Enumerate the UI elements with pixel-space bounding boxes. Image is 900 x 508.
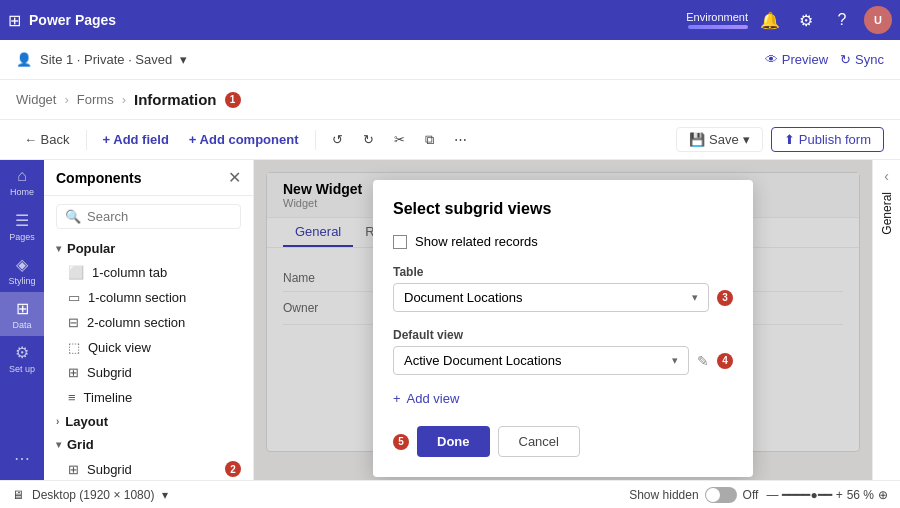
search-input[interactable] xyxy=(87,209,232,224)
add-component-button[interactable]: + Add component xyxy=(181,128,307,151)
show-related-checkbox[interactable] xyxy=(393,235,407,249)
save-button[interactable]: 💾 Save ▾ xyxy=(676,127,763,152)
sync-label: Sync xyxy=(855,52,884,67)
help-icon[interactable]: ? xyxy=(828,6,856,34)
comp-2col-section-icon: ⊟ xyxy=(68,315,79,330)
undo-button[interactable]: ↺ xyxy=(324,128,351,151)
preview-button[interactable]: 👁 Preview xyxy=(765,52,828,67)
more-icon: ⋯ xyxy=(14,449,30,468)
sync-button[interactable]: ↻ Sync xyxy=(840,52,884,67)
redo-button[interactable]: ↻ xyxy=(355,128,382,151)
right-chevron-icon[interactable]: ‹ xyxy=(884,168,889,184)
comp-1col-tab-label: 1-column tab xyxy=(92,265,167,280)
preview-icon: 👁 xyxy=(765,52,778,67)
show-related-row[interactable]: Show related records xyxy=(393,234,733,249)
more-actions-button[interactable]: ⋯ xyxy=(446,128,475,151)
desktop-chevron[interactable]: ▾ xyxy=(162,488,168,502)
sidebar-item-home[interactable]: ⌂ Home xyxy=(0,160,44,204)
popular-section[interactable]: ▾ Popular xyxy=(44,237,253,260)
comp-timeline[interactable]: ≡ Timeline xyxy=(44,385,253,410)
table-chevron: ▾ xyxy=(692,291,698,304)
comp-1col-section-label: 1-column section xyxy=(88,290,186,305)
show-hidden-toggle[interactable] xyxy=(705,487,737,503)
table-select[interactable]: Document Locations ▾ xyxy=(393,283,709,312)
badge-4: 4 xyxy=(717,353,733,369)
site-info: 👤 Site 1 · Private · Saved ▾ xyxy=(16,52,187,67)
sidebar-item-pages[interactable]: ☰ Pages xyxy=(0,204,44,248)
comp-subgrid-grid[interactable]: ⊞ Subgrid 2 xyxy=(44,456,253,480)
grid-label: Grid xyxy=(67,437,94,452)
copy-button[interactable]: ⧉ xyxy=(417,128,442,152)
comp-subgrid-popular[interactable]: ⊞ Subgrid xyxy=(44,360,253,385)
save-icon: 💾 xyxy=(689,132,705,147)
comp-1col-section[interactable]: ▭ 1-column section xyxy=(44,285,253,310)
zoom-plus[interactable]: + xyxy=(836,488,843,502)
default-view-select[interactable]: Active Document Locations ▾ xyxy=(393,346,689,375)
comp-1col-tab[interactable]: ⬜ 1-column tab xyxy=(44,260,253,285)
cut-button[interactable]: ✂ xyxy=(386,128,413,151)
zoom-slider[interactable]: ━━━━●━━ xyxy=(782,488,831,502)
close-panel-button[interactable]: ✕ xyxy=(228,168,241,187)
status-right: Show hidden Off — ━━━━●━━ + 56 % ⊕ xyxy=(629,487,888,503)
publish-button[interactable]: ⬆ Publish form xyxy=(771,127,884,152)
add-view-row[interactable]: + Add view xyxy=(393,391,733,406)
dialog-overlay: Select subgrid views Show related record… xyxy=(254,160,872,480)
environment-label: Environment xyxy=(686,11,748,29)
grid-chevron: ▾ xyxy=(56,439,61,450)
app-title: Power Pages xyxy=(29,12,116,28)
desktop-icon: 🖥 xyxy=(12,488,24,502)
subgrid-dialog: Select subgrid views Show related record… xyxy=(373,180,753,477)
sidebar-item-styling[interactable]: ◈ Styling xyxy=(0,248,44,292)
settings-icon[interactable]: ⚙ xyxy=(792,6,820,34)
sidebar-item-setup[interactable]: ⚙ Set up xyxy=(0,336,44,380)
styling-icon: ◈ xyxy=(16,255,28,274)
sidebar-item-data[interactable]: ⊞ Data xyxy=(0,292,44,336)
setup-icon: ⚙ xyxy=(15,343,29,362)
comp-subgrid-popular-icon: ⊞ xyxy=(68,365,79,380)
site-chevron[interactable]: ▾ xyxy=(180,52,187,67)
data-label: Data xyxy=(12,320,31,330)
comp-2col-section[interactable]: ⊟ 2-column section xyxy=(44,310,253,335)
show-hidden-control: Show hidden Off xyxy=(629,487,758,503)
default-view-chevron: ▾ xyxy=(672,354,678,367)
site-icon: 👤 xyxy=(16,52,32,67)
comp-quick-view-label: Quick view xyxy=(88,340,151,355)
add-field-button[interactable]: + Add field xyxy=(95,128,177,151)
comp-1col-tab-icon: ⬜ xyxy=(68,265,84,280)
canvas-area: New Widget Widget General Related … Name… xyxy=(254,160,872,480)
breadcrumb-sep-2: › xyxy=(122,92,126,107)
comp-1col-section-icon: ▭ xyxy=(68,290,80,305)
default-view-value: Active Document Locations xyxy=(404,353,562,368)
edit-icon[interactable]: ✎ xyxy=(697,353,709,369)
breadcrumb-forms[interactable]: Forms xyxy=(77,92,114,107)
home-icon: ⌂ xyxy=(17,167,27,185)
toolbar: ← Back + Add field + Add component ↺ ↻ ✂… xyxy=(0,120,900,160)
comp-subgrid-grid-icon: ⊞ xyxy=(68,462,79,477)
grid-section[interactable]: ▾ Grid xyxy=(44,433,253,456)
popular-chevron: ▾ xyxy=(56,243,61,254)
cancel-button[interactable]: Cancel xyxy=(498,426,580,457)
notification-icon[interactable]: 🔔 xyxy=(756,6,784,34)
general-label[interactable]: General xyxy=(880,192,894,235)
search-box[interactable]: 🔍 xyxy=(56,204,241,229)
save-chevron[interactable]: ▾ xyxy=(743,132,750,147)
breadcrumb-widget[interactable]: Widget xyxy=(16,92,56,107)
status-bar: 🖥 Desktop (1920 × 1080) ▾ Show hidden Of… xyxy=(0,480,900,508)
apps-icon[interactable]: ⊞ xyxy=(8,11,21,30)
comp-quick-view[interactable]: ⬚ Quick view xyxy=(44,335,253,360)
top-bar-right: Environment 🔔 ⚙ ? U xyxy=(686,6,892,34)
site-label: Site 1 · Private · Saved xyxy=(40,52,172,67)
default-view-row: Active Document Locations ▾ ✎ 4 xyxy=(393,346,733,375)
second-bar: 👤 Site 1 · Private · Saved ▾ 👁 Preview ↻… xyxy=(0,40,900,80)
zoom-control: — ━━━━●━━ + 56 % ⊕ xyxy=(766,488,888,502)
sidebar-more-button[interactable]: ⋯ xyxy=(0,436,44,480)
toggle-knob xyxy=(706,488,720,502)
back-button[interactable]: ← Back xyxy=(16,128,78,151)
zoom-icon[interactable]: ⊕ xyxy=(878,488,888,502)
table-field-label: Table xyxy=(393,265,733,279)
done-button[interactable]: Done xyxy=(417,426,490,457)
zoom-minus[interactable]: — xyxy=(766,488,778,502)
user-avatar[interactable]: U xyxy=(864,6,892,34)
publish-icon: ⬆ xyxy=(784,132,795,147)
layout-section[interactable]: › Layout xyxy=(44,410,253,433)
